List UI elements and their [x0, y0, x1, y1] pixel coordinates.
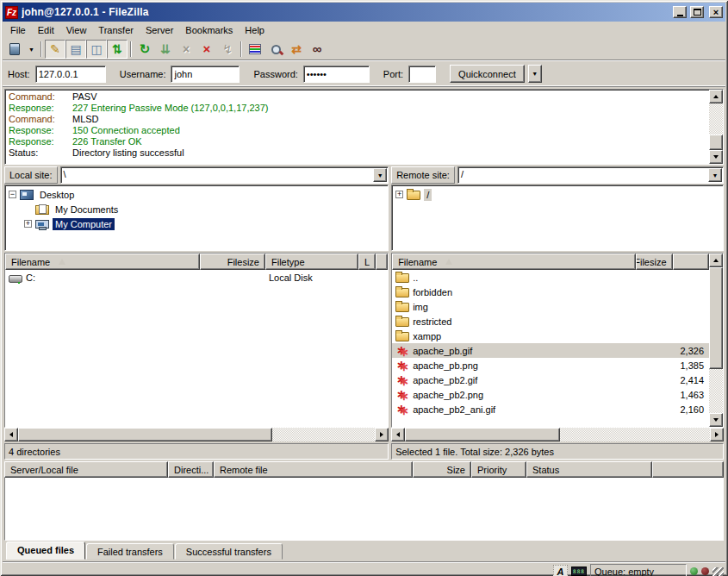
scroll-up-button[interactable]: [709, 254, 723, 267]
reconnect-button[interactable]: ↯: [217, 40, 238, 59]
tab-failed-transfers[interactable]: Failed transfers: [86, 543, 174, 560]
file-search-icon: [270, 43, 283, 56]
remote-file-row[interactable]: forbidden: [392, 285, 709, 299]
quickconnect-button[interactable]: Quickconnect: [450, 65, 525, 83]
tree-item-my-computer[interactable]: +My Computer: [5, 216, 388, 231]
tree-item-my-documents[interactable]: My Documents: [5, 202, 388, 216]
disconnect-icon: ×: [203, 43, 211, 55]
process-queue-button[interactable]: ⇊: [155, 40, 176, 59]
remote-file-row[interactable]: img: [392, 299, 709, 314]
local-column-l[interactable]: L: [358, 254, 376, 270]
remote-file-row[interactable]: apache_pb.png1,385: [392, 358, 709, 373]
remote-file-row[interactable]: restricted: [392, 314, 709, 329]
scroll-right-button[interactable]: [375, 428, 389, 441]
disconnect-button[interactable]: ×: [196, 40, 217, 59]
scroll-thumb[interactable]: [709, 135, 723, 150]
transfer-type-icon[interactable]: A: [553, 565, 568, 576]
image-file-icon: [395, 389, 409, 400]
menu-transfer[interactable]: Transfer: [92, 23, 140, 37]
title-bar[interactable]: Fz john@127.0.0.1 - FileZilla ×: [3, 3, 725, 22]
remote-site-dropdown-button[interactable]: ▼: [708, 168, 722, 182]
queue-column-priority[interactable]: Priority: [471, 461, 526, 478]
remote-file-row[interactable]: ..: [392, 270, 709, 285]
find-button[interactable]: ∞: [307, 40, 327, 59]
site-manager-dropdown-button[interactable]: ▼: [25, 40, 38, 59]
scroll-up-button[interactable]: [709, 90, 723, 103]
filter-button[interactable]: [245, 40, 265, 59]
scroll-left-button[interactable]: [391, 428, 405, 441]
queue-body[interactable]: [4, 478, 724, 541]
menu-help[interactable]: Help: [239, 23, 271, 37]
log-line: Command:PASV: [9, 91, 709, 103]
password-input[interactable]: [303, 66, 370, 83]
menu-server[interactable]: Server: [140, 23, 179, 37]
remote-file-row[interactable]: apache_pb2.png1,463: [392, 387, 709, 402]
site-manager-button[interactable]: [4, 40, 25, 59]
tree-expander-plus-icon[interactable]: +: [24, 220, 32, 228]
local-list-header: FilenameFilesizeFiletypeL: [5, 254, 388, 270]
tab-queued-files[interactable]: Queued files: [6, 542, 85, 560]
remote-file-row[interactable]: xampp: [392, 329, 709, 343]
local-file-row[interactable]: C:Local Disk: [5, 270, 388, 285]
cancel-button[interactable]: ×: [176, 40, 196, 59]
host-input[interactable]: [35, 66, 106, 83]
tree-item-desktop[interactable]: −Desktop: [5, 187, 388, 202]
toggle-remote-tree-button[interactable]: ◫: [86, 40, 107, 59]
maximize-button[interactable]: [690, 6, 704, 18]
port-label: Port:: [383, 69, 403, 79]
local-site-dropdown-button[interactable]: ▼: [373, 168, 387, 182]
refresh-button[interactable]: ↻: [134, 40, 155, 59]
scroll-thumb[interactable]: [18, 428, 272, 441]
quickconnect-dropdown-button[interactable]: ▼: [528, 65, 542, 83]
remote-file-row[interactable]: apache_pb2_ani.gif2,160: [392, 402, 709, 416]
scroll-left-button[interactable]: [4, 428, 18, 441]
port-input[interactable]: [408, 66, 436, 83]
remote-column-filesize[interactable]: Filesize: [636, 254, 672, 270]
scroll-down-button[interactable]: [709, 413, 723, 427]
remote-column-filename[interactable]: Filename: [392, 254, 636, 270]
filezilla-window: Fz john@127.0.0.1 - FileZilla × FileEdit…: [0, 0, 728, 576]
scroll-down-button[interactable]: [709, 150, 723, 164]
file-search-button[interactable]: [265, 40, 286, 59]
menu-edit[interactable]: Edit: [32, 23, 60, 37]
arrow-up-icon: [713, 92, 719, 98]
speed-limit-icon[interactable]: 888: [571, 567, 587, 576]
queue-column-directi[interactable]: Directi...: [168, 461, 214, 478]
scroll-right-button[interactable]: [710, 428, 724, 441]
resize-grip[interactable]: [712, 567, 724, 576]
menu-view[interactable]: View: [60, 23, 93, 37]
message-log-content[interactable]: Command:PASVResponse:227 Entering Passiv…: [5, 90, 709, 164]
compare-button[interactable]: ⇄: [286, 40, 307, 59]
scroll-thumb[interactable]: [405, 428, 560, 441]
tree-expander-minus-icon[interactable]: −: [9, 191, 16, 198]
username-input[interactable]: [171, 66, 240, 83]
local-column-filesize[interactable]: Filesize: [200, 254, 265, 270]
filter-icon: [249, 44, 261, 54]
menu-bar: FileEditViewTransferServerBookmarksHelp: [3, 22, 725, 38]
column-label: L: [364, 257, 370, 267]
queue-column-status[interactable]: Status: [526, 461, 652, 478]
scroll-thumb[interactable]: [709, 267, 723, 369]
queue-column-remote-file[interactable]: Remote file: [214, 461, 413, 478]
queue-column-server-local-file[interactable]: Server/Local file: [4, 461, 168, 478]
remote-file-row[interactable]: apache_pb2.gif2,414: [392, 373, 709, 387]
local-site-combobox[interactable]: \ ▼: [60, 166, 389, 184]
local-column-filetype[interactable]: Filetype: [265, 254, 358, 270]
local-column-filename[interactable]: Filename: [5, 254, 200, 270]
toggle-local-tree-button[interactable]: ▤: [65, 40, 86, 59]
tree-expander-plus-icon[interactable]: +: [395, 191, 403, 198]
queue-column-size[interactable]: Size: [413, 461, 471, 478]
toggle-log-button[interactable]: ✎: [45, 40, 65, 59]
menu-bookmarks[interactable]: Bookmarks: [179, 23, 239, 37]
tree-item-root[interactable]: +/: [392, 187, 723, 202]
remote-directory-tree: +/: [391, 185, 724, 251]
browser-panes: Local site: \ ▼ −DesktopMy Documents+My …: [4, 166, 724, 460]
remote-site-combobox[interactable]: / ▼: [457, 166, 724, 184]
close-button[interactable]: ×: [709, 6, 723, 18]
status-bar: A 888 Queue: empty: [3, 561, 725, 576]
menu-file[interactable]: File: [4, 23, 32, 37]
toggle-queue-button[interactable]: ⇅: [107, 40, 128, 59]
remote-file-row[interactable]: apache_pb.gif2,326: [392, 343, 709, 358]
minimize-button[interactable]: [673, 6, 687, 18]
tab-successful-transfers[interactable]: Successful transfers: [175, 543, 283, 560]
